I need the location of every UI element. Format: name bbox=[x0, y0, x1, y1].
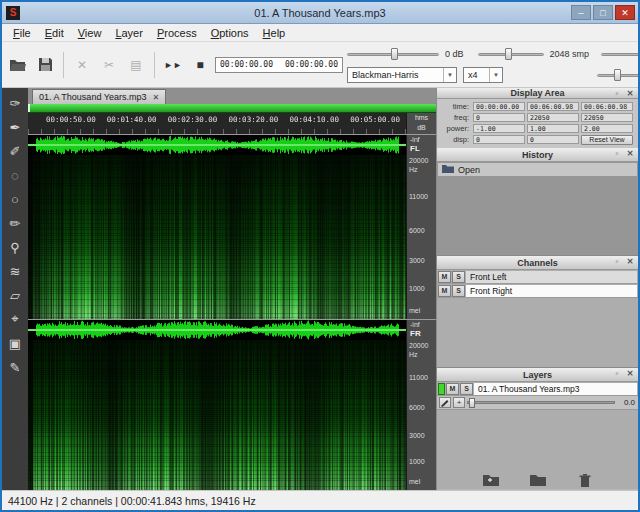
playhead-marker[interactable] bbox=[28, 104, 30, 112]
stamp-tool[interactable]: ▣ bbox=[4, 332, 26, 354]
spectrogram-front-left[interactable] bbox=[28, 155, 406, 319]
lasso-tool[interactable]: ◌ bbox=[4, 164, 26, 186]
gain-slider[interactable] bbox=[347, 47, 439, 61]
draw-tool[interactable]: ✎ bbox=[4, 356, 26, 378]
mute-button[interactable]: M bbox=[446, 383, 459, 395]
disp-x-field[interactable]: 0 bbox=[473, 135, 525, 144]
ellipse-select-tool[interactable]: ○ bbox=[4, 188, 26, 210]
import-layer-button[interactable] bbox=[527, 472, 549, 488]
freq-min-field[interactable]: 0 bbox=[473, 113, 525, 122]
paste-button[interactable]: ▤ bbox=[124, 53, 148, 77]
zoom-combo[interactable]: x4 ▼ bbox=[463, 67, 503, 83]
panel-close-icon[interactable]: ✕ bbox=[625, 89, 635, 98]
ruler-tick: 00:02:30.00 bbox=[168, 115, 218, 124]
time-ruler[interactable]: 00:00:50.00 00:01:40.00 00:02:30.00 00:0… bbox=[28, 113, 406, 134]
ruler-unit-label: hms dB bbox=[406, 113, 436, 134]
history-header[interactable]: History ▫ ✕ bbox=[437, 148, 638, 162]
mute-button[interactable]: M bbox=[438, 285, 451, 297]
row-label-disp: disp: bbox=[441, 135, 471, 144]
cut-button[interactable]: ✂ bbox=[97, 53, 121, 77]
waveform-front-right[interactable] bbox=[28, 320, 406, 340]
ruler-tick: 00:05:00.00 bbox=[350, 115, 400, 124]
eyedropper-tool[interactable]: ✑ bbox=[4, 92, 26, 114]
menu-file[interactable]: File bbox=[6, 25, 38, 41]
y-scale-thumb[interactable] bbox=[614, 69, 621, 81]
menu-view[interactable]: View bbox=[71, 25, 109, 41]
menu-help[interactable]: Help bbox=[256, 25, 293, 41]
power-span-field[interactable]: 2.00 bbox=[581, 124, 633, 133]
delete-button[interactable]: ✕ bbox=[70, 53, 94, 77]
menu-edit[interactable]: Edit bbox=[38, 25, 71, 41]
fft-slider-thumb[interactable] bbox=[505, 48, 512, 60]
solo-button[interactable]: S bbox=[452, 285, 465, 297]
layer-automation-button[interactable] bbox=[439, 397, 451, 408]
hms-unit: hms bbox=[407, 113, 436, 123]
layer-row[interactable]: M S 01. A Thousand Years.mp3 bbox=[437, 382, 638, 396]
history-item-label: Open bbox=[458, 165, 480, 175]
pen-tool[interactable]: ✒ bbox=[4, 116, 26, 138]
solo-button[interactable]: S bbox=[452, 271, 465, 283]
range-slider[interactable] bbox=[601, 47, 640, 61]
undock-icon[interactable]: ▫ bbox=[612, 89, 622, 98]
eraser-tool[interactable]: ▱ bbox=[4, 284, 26, 306]
channels-header[interactable]: Channels ▫ ✕ bbox=[437, 256, 638, 270]
disp-y-field[interactable]: 0 bbox=[527, 135, 579, 144]
display-area-header[interactable]: Display Area ▫ ✕ bbox=[437, 88, 638, 99]
channel-row-front-right[interactable]: M S Front Right bbox=[437, 284, 638, 298]
tab-close-icon[interactable]: ✕ bbox=[152, 93, 159, 102]
magnifier-tool[interactable]: ⚲ bbox=[4, 236, 26, 258]
undock-icon[interactable]: ▫ bbox=[612, 149, 622, 158]
window-function-combo[interactable]: Blackman-Harris ▼ bbox=[347, 67, 457, 83]
session-overview[interactable] bbox=[28, 104, 436, 113]
menu-layer[interactable]: Layer bbox=[108, 25, 150, 41]
harmonics-brush-tool[interactable]: ≋ bbox=[4, 260, 26, 282]
open-button[interactable] bbox=[6, 53, 30, 77]
crosshair-tool[interactable]: ⌖ bbox=[4, 308, 26, 330]
stop-button[interactable]: ■ bbox=[188, 53, 212, 77]
menu-process[interactable]: Process bbox=[150, 25, 204, 41]
history-item-open[interactable]: Open bbox=[438, 163, 637, 176]
power-max-field[interactable]: 1.00 bbox=[527, 124, 579, 133]
gain-label: 0 dB bbox=[445, 49, 464, 59]
add-keyframe-button[interactable]: + bbox=[453, 397, 465, 408]
pencil-tool[interactable]: ✏ bbox=[4, 212, 26, 234]
time-max-field[interactable]: 00:06:00.98 bbox=[527, 102, 579, 111]
document-tab[interactable]: 01. A Thousand Years.mp3 ✕ bbox=[32, 89, 166, 104]
panel-title: History bbox=[522, 150, 553, 160]
new-layer-button[interactable] bbox=[480, 472, 502, 488]
panel-close-icon[interactable]: ✕ bbox=[625, 369, 635, 378]
play-button[interactable]: ►► bbox=[161, 53, 185, 77]
fft-size-slider[interactable] bbox=[478, 47, 544, 61]
layer-gain-slider[interactable] bbox=[467, 397, 615, 409]
panel-close-icon[interactable]: ✕ bbox=[625, 149, 635, 158]
undock-icon[interactable]: ▫ bbox=[612, 257, 622, 266]
gain-slider-thumb[interactable] bbox=[391, 48, 398, 60]
menu-options[interactable]: Options bbox=[204, 25, 256, 41]
time-span-field[interactable]: 00:06:00.98 bbox=[581, 102, 633, 111]
zoom-value: x4 bbox=[468, 70, 478, 80]
freq-tick: 3000 bbox=[409, 257, 425, 264]
mute-button[interactable]: M bbox=[438, 271, 451, 283]
solo-button[interactable]: S bbox=[460, 383, 473, 395]
delete-layer-button[interactable] bbox=[574, 472, 596, 488]
spectrogram-front-right[interactable] bbox=[28, 340, 406, 490]
panel-close-icon[interactable]: ✕ bbox=[625, 257, 635, 266]
waveform-front-left[interactable] bbox=[28, 135, 406, 155]
channel-row-front-left[interactable]: M S Front Left bbox=[437, 270, 638, 284]
save-button[interactable] bbox=[33, 53, 57, 77]
time-display[interactable]: 00:00:00.00 00:00:00.00 bbox=[215, 57, 343, 73]
y-scale-slider[interactable] bbox=[597, 68, 640, 82]
tab-label: 01. A Thousand Years.mp3 bbox=[39, 92, 146, 102]
brush-tool[interactable]: ✐ bbox=[4, 140, 26, 162]
status-bar: 44100 Hz | 2 channels | 00:00:41.843 hms… bbox=[2, 490, 638, 510]
layer-gain-thumb[interactable] bbox=[469, 398, 475, 408]
reset-view-button[interactable]: Reset View bbox=[581, 135, 633, 145]
freq-max-field[interactable]: 22050 bbox=[527, 113, 579, 122]
layer-color-swatch[interactable] bbox=[438, 383, 445, 395]
freq-span-field[interactable]: 22050 bbox=[581, 113, 633, 122]
power-min-field[interactable]: -1.00 bbox=[473, 124, 525, 133]
time-min-field[interactable]: 00:00:00.00 bbox=[473, 102, 525, 111]
undock-icon[interactable]: ▫ bbox=[612, 369, 622, 378]
layers-header[interactable]: Layers ▫ ✕ bbox=[437, 368, 638, 382]
title-bar[interactable]: S 01. A Thousand Years.mp3 – □ ✕ bbox=[2, 2, 638, 24]
